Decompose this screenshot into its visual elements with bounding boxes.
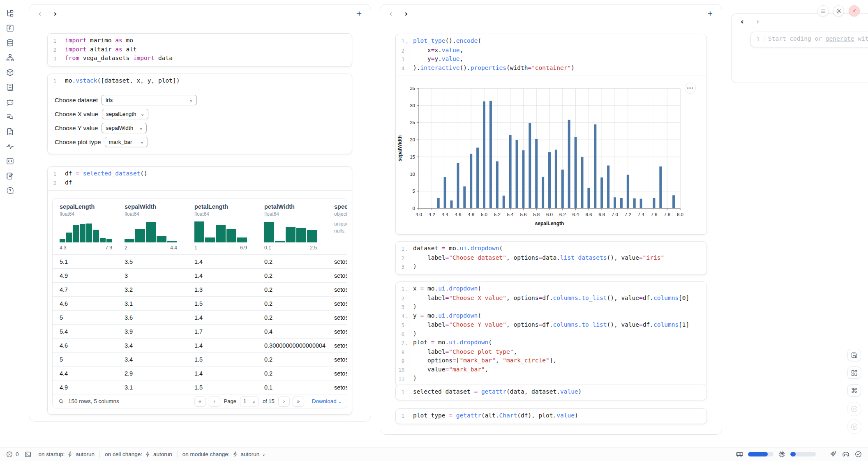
column-header[interactable]: petalLength float64 16.9	[187, 203, 257, 251]
column-histogram	[125, 220, 177, 242]
chevron-left-icon[interactable]: ‹	[38, 10, 42, 18]
on-module-change-setting[interactable]: on module change: autorun ⌄	[182, 451, 265, 457]
command-palette-button[interactable]: ⌘	[847, 384, 861, 396]
code-editor[interactable]: 1import marimo as mo2import altair as al…	[48, 34, 352, 66]
chart-output: 4.04.24.44.64.85.05.25.45.65.86.06.26.46…	[396, 76, 706, 234]
table-cell: setosa	[327, 272, 347, 279]
table-cell: setosa	[327, 258, 347, 265]
altair-bar-chart[interactable]: 4.04.24.44.64.85.05.25.45.65.86.06.26.46…	[396, 76, 706, 234]
search-icon[interactable]	[58, 398, 65, 405]
add-column-button[interactable]: +	[708, 9, 713, 18]
table-cell: 1.5	[187, 356, 257, 363]
terminal-button[interactable]	[24, 451, 32, 458]
svg-text:4.2: 4.2	[429, 212, 435, 217]
cell-plot: 1⌄plot_type().encode(2 x=x.value,3 y=y.v…	[395, 34, 707, 235]
chevron-right-icon[interactable]: ›	[405, 10, 408, 18]
ai-sparkle-button[interactable]	[829, 450, 837, 459]
table-cell: 5.1	[53, 258, 118, 265]
column-histogram	[60, 220, 112, 242]
ram-usage-meter	[748, 452, 773, 456]
column-histogram	[264, 220, 317, 242]
table-cell: 0.2	[257, 272, 327, 279]
x-value-select[interactable]: sepalLength⌄	[102, 109, 148, 119]
help-chat-icon[interactable]	[5, 186, 15, 196]
code-editor[interactable]: 1⌄x = mo.ui.dropdown(2 label="Choose X v…	[396, 282, 706, 386]
page-select[interactable]: 1⌄	[240, 396, 259, 406]
chevron-right-icon[interactable]: ›	[756, 18, 760, 25]
table-cell: 5	[53, 314, 118, 321]
copilot-button[interactable]	[842, 450, 850, 459]
table-cell: 3.4	[118, 342, 187, 349]
chevron-down-icon: ⌄	[262, 452, 265, 456]
code-editor[interactable]: 1plot_type = getattr(alt.Chart(df), plot…	[396, 409, 706, 424]
cell-empty: 1 Start coding or generate with	[750, 32, 868, 47]
activity-icon[interactable]	[5, 142, 15, 151]
bolt-icon	[67, 451, 73, 457]
code-editor[interactable]: 1selected_dataset = getattr(data, datase…	[396, 385, 706, 400]
status-bar: 0 on startup: autorun on cell change: au…	[0, 447, 868, 461]
plot-type-select[interactable]: mark_bar⌄	[105, 137, 148, 147]
chevron-left-icon[interactable]: ‹	[389, 10, 392, 18]
close-button[interactable]	[849, 5, 860, 16]
cell-controls: 1⌄x = mo.ui.dropdown(2 label="Choose X v…	[395, 281, 707, 387]
table-cell: setosa	[327, 328, 347, 335]
database-icon[interactable]	[5, 38, 15, 48]
column-header[interactable]: species object unique:nulls:	[327, 203, 347, 251]
ram-icon	[736, 450, 743, 458]
panel-menu-button[interactable]	[817, 5, 829, 16]
table-cell: 3.5	[118, 258, 187, 265]
column-header[interactable]: sepalWidth float64 24.4	[118, 203, 187, 251]
notebook-pen-icon[interactable]	[5, 171, 15, 181]
dependency-graph-icon[interactable]	[5, 53, 15, 62]
chart-options-button[interactable]: •••	[685, 83, 696, 94]
y-value-select[interactable]: sepalWidth⌄	[102, 123, 147, 133]
chevron-right-icon[interactable]: ›	[54, 10, 57, 18]
on-cell-change-setting[interactable]: on cell change: autorun	[105, 451, 172, 457]
chevron-left-icon[interactable]: ‹	[741, 18, 744, 25]
scroll-log-icon[interactable]	[5, 83, 15, 92]
chat-bot-icon[interactable]	[5, 97, 15, 107]
svg-text:7.4: 7.4	[638, 212, 645, 217]
chevron-down-icon: ⌄	[135, 126, 143, 130]
download-button[interactable]: Download ⌄	[312, 398, 342, 404]
cell-dataframe: 1df = selected_dataset()2df sepalLength …	[47, 166, 352, 415]
code-editor[interactable]: 1⌄dataset = mo.ui.dropdown(2 label="Choo…	[396, 242, 706, 274]
next-page-button[interactable]: ›	[278, 396, 290, 407]
package-box-icon[interactable]	[5, 68, 15, 77]
generate-with-ai-link[interactable]: generate	[826, 35, 854, 42]
first-page-button[interactable]: «	[194, 396, 206, 407]
list-search-icon[interactable]	[5, 112, 15, 122]
svg-text:7.6: 7.6	[651, 212, 657, 217]
connection-status-button[interactable]	[854, 450, 862, 458]
circle-x-icon	[6, 451, 13, 458]
table-cell: 3.1	[118, 384, 187, 391]
file-text-icon[interactable]	[5, 127, 15, 136]
run-button[interactable]	[847, 420, 861, 434]
settings-button[interactable]	[833, 5, 844, 16]
column-header[interactable]: sepalLength float64 4.37.9	[53, 203, 118, 251]
code-editor[interactable]: 1⌄plot_type().encode(2 x=x.value,3 y=y.v…	[396, 34, 706, 76]
table-cell: 5	[53, 356, 118, 363]
add-column-button[interactable]: +	[357, 9, 362, 18]
on-startup-setting[interactable]: on startup: autorun	[39, 451, 95, 457]
stop-button[interactable]	[847, 402, 861, 416]
column-header[interactable]: petalWidth float64 0.12.5	[257, 203, 327, 251]
svg-text:6.0: 6.0	[546, 212, 553, 217]
code-snippet-icon[interactable]	[5, 157, 15, 166]
code-editor[interactable]: 1 Start coding or generate with	[751, 32, 868, 47]
save-button[interactable]	[847, 349, 861, 361]
svg-text:10: 10	[410, 172, 415, 177]
file-tree-icon[interactable]	[5, 9, 15, 18]
dataset-select[interactable]: iris⌄	[102, 95, 197, 105]
function-square-icon[interactable]	[5, 23, 15, 33]
svg-text:4.4: 4.4	[442, 212, 449, 217]
last-page-button[interactable]: »	[293, 396, 304, 407]
table-cell: 4.6	[53, 342, 118, 349]
code-editor[interactable]: 1mo.vstack([dataset, x, y, plot])	[48, 74, 352, 89]
notebook-column-3: ‹ › 1 Start coding or generate with	[731, 13, 868, 83]
error-count[interactable]: 0	[6, 451, 19, 458]
layout-toggle-button[interactable]	[847, 366, 861, 379]
table-cell: 5.4	[53, 328, 118, 335]
prev-page-button[interactable]: ‹	[209, 396, 220, 407]
code-editor[interactable]: 1df = selected_dataset()2df	[48, 167, 352, 190]
